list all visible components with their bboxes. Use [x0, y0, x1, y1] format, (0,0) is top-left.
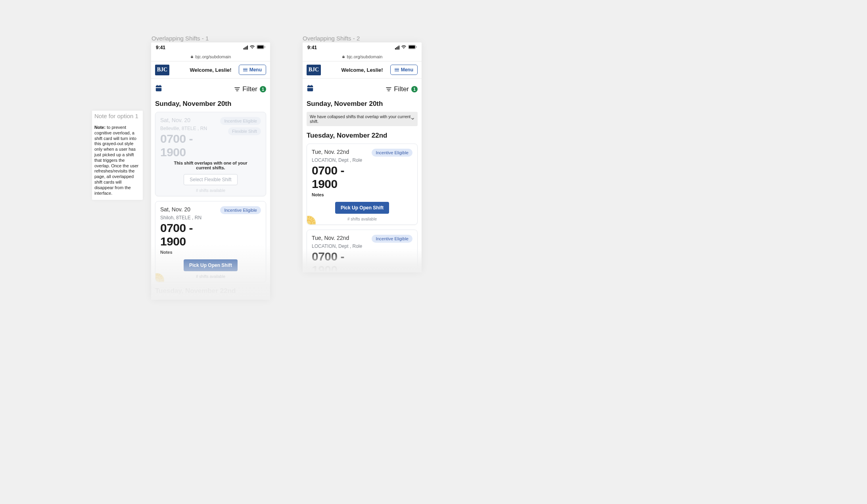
hamburger-icon — [243, 68, 247, 72]
app-body: Filter 1 Sunday, November 20th Sat, Nov.… — [151, 79, 270, 300]
note-title: Note for option 1 — [94, 113, 140, 119]
url-text: bjc.org/subdomain — [347, 54, 383, 59]
status-icons — [244, 45, 265, 50]
status-time: 9:41 — [307, 45, 317, 50]
status-time: 9:41 — [156, 45, 165, 50]
app-header: BJC Welcome, Leslie! Menu — [303, 61, 422, 79]
shift-location: LOCATION, Dept , Role — [312, 157, 372, 163]
day-header: Tuesday, November 22nd — [155, 287, 266, 295]
shift-time: 0700 - 1900 — [312, 164, 372, 191]
browser-url-bar: bjc.org/subdomain — [151, 52, 270, 61]
battery-icon — [408, 45, 417, 50]
sun-icon — [155, 272, 166, 282]
incentive-pill: Incentive Eligible — [372, 149, 412, 157]
overlap-message: This shift overlaps with one of your cur… — [167, 161, 254, 170]
url-text: bjc.org/subdomain — [196, 54, 231, 59]
toolbar: Filter 1 — [307, 81, 418, 98]
menu-button[interactable]: Menu — [390, 65, 418, 75]
filter-icon — [234, 86, 240, 92]
shift-date: Sat, Nov. 20 — [160, 206, 220, 213]
status-bar: 9:41 — [303, 42, 422, 52]
day-header: Tuesday, November 22nd — [307, 132, 418, 140]
collapsed-text: We have collapsed shifts that overlap wi… — [310, 114, 411, 124]
menu-label: Menu — [249, 67, 262, 73]
shift-time: 0700 - 1900 — [312, 250, 372, 272]
shift-card: Tue, Nov. 22nd LOCATION, Dept , Role 070… — [307, 230, 418, 272]
select-flexible-button: Select Flexible Shift — [184, 174, 237, 185]
phone-viewport: 9:41 bjc.org/subdomain BJC Welcome, Lesl… — [303, 42, 422, 272]
shifts-available: # shifts available — [160, 188, 261, 193]
shift-time: 0700 - 1900 — [160, 132, 220, 159]
shifts-available: # shifts available — [312, 217, 412, 221]
app-header: BJC Welcome, Leslie! Menu — [151, 61, 270, 79]
shift-notes: Notes — [160, 250, 220, 255]
shift-card: Tue, Nov. 22nd LOCATION, Dept , Role 070… — [155, 299, 266, 300]
shift-location: Shiloh, 8TELE , RN — [160, 215, 220, 220]
svg-rect-2 — [265, 46, 265, 48]
shift-date: Sat, Nov. 20 — [160, 117, 220, 123]
filter-label: Filter — [394, 85, 409, 93]
filter-button[interactable]: Filter 1 — [386, 85, 418, 93]
incentive-pill: Incentive Eligible — [372, 235, 412, 243]
frame-label-2: Overlapping Shifts - 2 — [303, 35, 360, 42]
wifi-icon — [249, 45, 255, 50]
note-body: Note: to prevent cognitive overload, a s… — [94, 125, 140, 196]
pickup-button[interactable]: Pick Up Open Shift — [184, 259, 238, 271]
collapsed-overlap-banner[interactable]: We have collapsed shifts that overlap wi… — [307, 112, 418, 126]
shift-notes: Notes — [312, 192, 372, 197]
shift-date: Tue, Nov. 22nd — [312, 149, 372, 155]
sun-icon — [307, 214, 317, 224]
battery-icon — [257, 45, 265, 50]
calendar-icon[interactable] — [307, 85, 314, 94]
filter-icon — [386, 86, 391, 92]
browser-url-bar: bjc.org/subdomain — [303, 52, 422, 61]
logo[interactable]: BJC — [155, 65, 169, 75]
shift-card: Sat, Nov. 20 Shiloh, 8TELE , RN 0700 - 1… — [155, 201, 266, 282]
signal-icon — [244, 46, 248, 50]
phone-viewport: 9:41 bjc.org/subdomain BJC Welcome, Le — [151, 42, 270, 300]
filter-label: Filter — [242, 85, 257, 93]
pickup-button[interactable]: Pick Up Open Shift — [335, 202, 389, 214]
filter-button[interactable]: Filter 1 — [234, 85, 266, 93]
calendar-icon[interactable] — [155, 85, 162, 94]
app-body: Filter 1 Sunday, November 20th We have c… — [303, 79, 422, 272]
shift-date: Tue, Nov. 22nd — [312, 235, 372, 241]
status-icons — [395, 45, 417, 50]
shift-card: Tue, Nov. 22nd LOCATION, Dept , Role 070… — [307, 144, 418, 225]
menu-label: Menu — [401, 67, 413, 73]
menu-button[interactable]: Menu — [239, 65, 266, 75]
logo[interactable]: BJC — [307, 65, 321, 75]
note-text: to prevent cognitive overload, a shift c… — [94, 125, 138, 195]
shifts-available: # shifts available — [160, 274, 261, 279]
frame-label-1: Overlapping Shifts - 1 — [152, 35, 209, 42]
note-bold: Note: — [94, 125, 107, 130]
filter-count-badge: 1 — [411, 86, 418, 92]
wifi-icon — [401, 45, 407, 50]
toolbar: Filter 1 — [155, 81, 266, 98]
design-canvas: Note for option 1 Note: to prevent cogni… — [0, 0, 867, 504]
shift-time: 0700 - 1900 — [160, 221, 220, 248]
lock-icon — [342, 54, 345, 59]
hamburger-icon — [395, 68, 399, 72]
signal-icon — [395, 46, 399, 50]
phone-mockup-2: 9:41 bjc.org/subdomain BJC Welcome, Lesl… — [303, 42, 422, 272]
flexible-pill: Flexible Shift — [228, 127, 261, 135]
svg-rect-12 — [416, 46, 416, 48]
note-card: Note for option 1 Note: to prevent cogni… — [92, 111, 143, 200]
svg-rect-11 — [409, 45, 415, 48]
chevron-down-icon — [411, 117, 414, 121]
incentive-pill: Incentive Eligible — [220, 206, 261, 214]
incentive-pill: Incentive Eligible — [220, 117, 261, 125]
lock-icon — [190, 54, 194, 59]
filter-count-badge: 1 — [260, 86, 266, 92]
day-header: Sunday, November 20th — [155, 100, 266, 108]
status-bar: 9:41 — [151, 42, 270, 52]
day-header: Sunday, November 20th — [307, 100, 418, 108]
badge-column: Incentive Eligible Flexible Shift — [220, 117, 261, 135]
phone-mockup-1: 9:41 bjc.org/subdomain BJC Welcome, Le — [151, 42, 270, 300]
shift-location: Belleville, 8TELE , RN — [160, 126, 220, 131]
svg-rect-1 — [257, 45, 264, 48]
shift-location: LOCATION, Dept , Role — [312, 243, 372, 249]
shift-card-overlapped: Sat, Nov. 20 Belleville, 8TELE , RN 0700… — [155, 112, 266, 196]
